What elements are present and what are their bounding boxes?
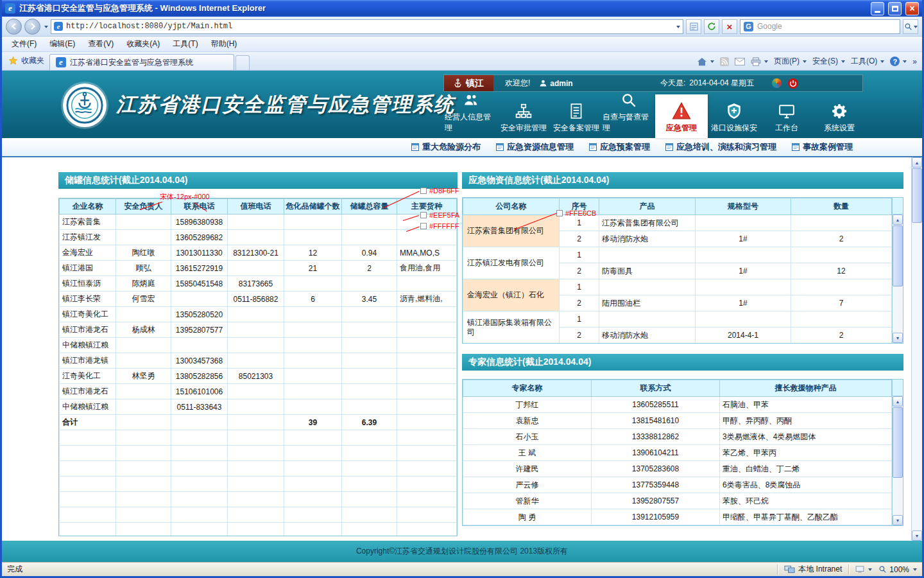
cell: [696, 247, 791, 263]
column-header: 数量: [791, 198, 892, 215]
subnav-item-hazard-map[interactable]: 重大危险源分布: [411, 141, 481, 153]
help-button[interactable]: ?: [890, 57, 907, 66]
cell: [60, 430, 116, 446]
menu-item[interactable]: 查看(V): [82, 37, 119, 51]
zoom-control[interactable]: 100%: [878, 565, 917, 574]
page-scrollbar[interactable]: ▲ ▼: [911, 157, 922, 541]
nav-item-operator-info[interactable]: 经营人信息管理: [445, 94, 497, 138]
cell: [116, 353, 171, 369]
gear-icon: [831, 100, 848, 119]
scroll-down-button[interactable]: ▼: [893, 333, 903, 343]
city-badge[interactable]: 镇江: [444, 75, 493, 91]
username: admin: [550, 79, 572, 88]
supplies-scrollbar[interactable]: ▲ ▼: [892, 198, 903, 343]
cell: [284, 461, 342, 477]
cell: [397, 338, 457, 353]
home-shortcut-icon[interactable]: [772, 78, 782, 88]
nav-item-emergency[interactable]: 应急管理: [655, 94, 708, 138]
menu-item[interactable]: 工具(T): [167, 37, 203, 51]
menu-item[interactable]: 收藏夹(A): [121, 37, 166, 51]
page-menu-button[interactable]: 页面(P): [774, 56, 807, 67]
panel-title: 专家信息统计(截止2014.04.04): [462, 354, 903, 371]
subnav-item-resources[interactable]: 应急资源信息管理: [496, 141, 574, 153]
read-mail-button[interactable]: [735, 58, 745, 66]
scroll-down-button[interactable]: ▼: [912, 530, 922, 541]
menu-item[interactable]: 编辑(E): [44, 37, 81, 51]
home-button[interactable]: [697, 57, 714, 66]
cell: 21: [284, 261, 342, 276]
forward-button[interactable]: [24, 19, 40, 35]
subnav-item-plans[interactable]: 应急预案管理: [589, 141, 650, 153]
more-commands-button[interactable]: »: [912, 57, 917, 66]
cell: 镇江李长荣: [60, 292, 116, 307]
subnav-item-cases[interactable]: 事故案例管理: [792, 141, 853, 153]
tab-main[interactable]: e 江苏省港口安全监管与应急管理系统: [49, 54, 234, 70]
scroll-up-button[interactable]: ▲: [893, 215, 903, 225]
logout-icon[interactable]: [788, 78, 798, 89]
security-zone[interactable]: 本地 Intranet: [784, 564, 842, 575]
empty-row: [60, 477, 457, 492]
nav-item-safety-approval[interactable]: 安全审批管理: [497, 94, 550, 138]
menu-item[interactable]: 文件(F): [6, 37, 42, 51]
empty-row: [60, 446, 457, 461]
recent-pages-caret-icon[interactable]: [44, 26, 48, 30]
tab-favicon: e: [56, 57, 66, 67]
cell: 镇江奇美化工: [60, 307, 116, 322]
maximize-icon: [892, 6, 898, 12]
empty-row: [60, 507, 457, 523]
nav-item-safety-record[interactable]: 安全备案管理: [550, 94, 603, 138]
nav-item-settings[interactable]: 系统设置: [813, 94, 866, 138]
cell: 1#: [696, 231, 791, 247]
search-input[interactable]: G Google: [740, 19, 900, 34]
scroll-thumb[interactable]: [893, 225, 903, 286]
scroll-down-button[interactable]: ▼: [893, 515, 903, 525]
cell: 金海宏业: [60, 245, 116, 261]
scroll-up-button[interactable]: ▲: [893, 396, 903, 407]
maximize-button[interactable]: [888, 2, 902, 15]
tabs-bar: 收藏夹 e 江苏省港口安全监管与应急管理系统 页面(P): [2, 52, 922, 71]
people-icon: [463, 92, 479, 109]
minimize-button[interactable]: [871, 2, 884, 15]
list-icon: [496, 143, 504, 151]
subnav-item-training[interactable]: 应急培训、演练和演习管理: [665, 141, 776, 153]
print-button[interactable]: [751, 57, 768, 66]
cell: [599, 311, 696, 328]
search-button[interactable]: [903, 19, 918, 34]
scroll-track[interactable]: [912, 168, 922, 530]
view-mode-button[interactable]: [855, 566, 872, 573]
feeds-button[interactable]: [720, 57, 729, 66]
new-tab-button[interactable]: [235, 55, 250, 70]
cell: 13505280520: [171, 307, 228, 322]
nav-item-inspection[interactable]: 自查与督查管理: [603, 94, 655, 138]
cell: 13952807557: [592, 493, 720, 509]
experts-scrollbar[interactable]: ▲ ▼: [892, 380, 903, 525]
scroll-up-button[interactable]: ▲: [912, 157, 922, 168]
cell: 83121300-21: [228, 245, 284, 261]
scroll-thumb[interactable]: [912, 168, 922, 223]
scroll-track[interactable]: [893, 407, 903, 515]
back-button[interactable]: [6, 19, 22, 35]
cell: 石小玉: [463, 429, 592, 445]
favorites-button[interactable]: 收藏夹: [4, 53, 49, 70]
tools-menu-button[interactable]: 工具(O): [851, 56, 884, 67]
cell: [228, 399, 284, 415]
cell: [791, 247, 892, 263]
address-dropdown-icon[interactable]: [676, 26, 680, 30]
cell: 中储粮镇江粮: [60, 399, 116, 415]
scroll-track[interactable]: [893, 225, 903, 333]
menu-item[interactable]: 帮助(H): [205, 37, 243, 51]
nav-item-port-security[interactable]: 港口设施保安: [708, 94, 760, 138]
table-row: 袁新忠13815481610甲醇、异丙醇、丙酮: [463, 413, 892, 429]
scroll-thumb[interactable]: [893, 407, 903, 478]
close-button[interactable]: ×: [905, 2, 919, 15]
nav-item-workbench[interactable]: 工作台: [760, 94, 813, 138]
compatibility-view-button[interactable]: [686, 19, 701, 34]
stop-button[interactable]: ×: [722, 19, 737, 34]
safety-menu-button[interactable]: 安全(S): [812, 56, 845, 67]
cell: [116, 384, 171, 399]
column-header: 值班电话: [228, 199, 284, 215]
cell: [342, 384, 397, 399]
refresh-icon: [707, 22, 716, 31]
address-input[interactable]: e http://localhost:8080/yjpt/Main.html: [51, 19, 683, 34]
refresh-button[interactable]: [704, 19, 719, 34]
